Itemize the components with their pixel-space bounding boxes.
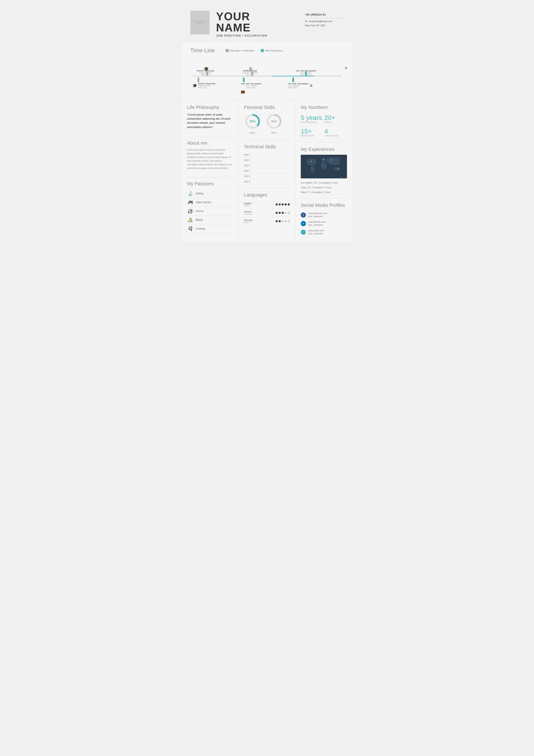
timeline-header: Time-Line Education / Certificates Work … [190,47,344,54]
tl-4-sub1: Subject Studied [198,85,216,87]
dot [288,220,290,222]
dot [282,212,284,214]
timeline-section: Time-Line Education / Certificates Work … [182,42,352,99]
tech-skill-2: Skill 2 [244,157,290,163]
tl-icon-1: 🎓 [204,66,209,71]
personal-skills-section: Personal Skills 50% Skill 1 [244,105,290,141]
tl-entry-5: Your Job / Occupation Your Company 20xx … [241,77,261,94]
milan-dot [323,159,324,160]
email-icon: ✉ [305,20,307,23]
number-years: 5 years Work Experience [301,113,323,125]
passion-videogames-label: Video Games [196,201,211,204]
tech-skill-1: Skill 1 [244,152,290,157]
years-value: 5 years [301,115,323,121]
phone-number: +61 (403)214-31 [305,13,344,18]
header-section: FILL THE SHAPE WITH YOU PICTURE YOUR NAM… [182,4,352,42]
sailing-icon: ⚓ [187,191,193,196]
lang-english-name: English [244,202,252,205]
tl-tick-5 [243,77,245,82]
avatar: FILL THE SHAPE WITH YOU PICTURE [190,11,210,35]
world-map [301,155,347,178]
edu-legend-label: Education / Certificates [230,49,254,52]
experiences-section: My Experiences [301,147,347,198]
tl-entry-4: 🎓 School / University Subject Studied 20… [192,77,216,89]
lang-english: English Native [244,200,290,209]
biking-icon: 🚴 [187,217,193,223]
tl-tick-4 [197,77,199,82]
as-shape [327,157,340,165]
work-legend-label: Work Experience [265,49,283,52]
twitter-url: www.twitter.com/ your_username [308,229,324,235]
middle-column: Personal Skills 50% Skill 1 [239,99,295,242]
tl-icon-far-right: 🖥 [344,66,348,70]
philosophy-quote: "Lorem ipsum dolor sit amet, consectetur… [187,113,233,129]
tl-5-sub1: Your Company [241,85,261,87]
main-content: Life Philosophy "Lorem ipsum dolor sit a… [182,99,352,242]
experiences-title: My Experiences [301,147,347,152]
lang-english-level: Native [244,205,252,207]
edu-legend-box [226,49,229,52]
tl-1-sub2: 20xx / 20xx [197,74,214,76]
languages-title: Languages [244,192,290,198]
numbers-grid: 5 years Work Experience 20+ Projects 15+… [301,113,347,139]
about-me-section: About me Lorem ipsum dolor sit amet, con… [187,140,233,178]
dot [279,212,281,214]
passion-soccer: ⚽ Soccer [187,207,233,216]
projects-value: 20+ [324,115,347,121]
legend-work: Work Experience [261,49,283,52]
dot [285,212,287,214]
lang-french-level: Advanced [244,213,253,215]
tl-1-sub1: Subject Studied [197,72,214,74]
skill1-label: Skill 1 [250,132,255,134]
svg-text:50%: 50% [250,120,256,123]
avatar-label: FILL THE SHAPE WITH YOU PICTURE [192,20,208,25]
number-coffee: 4 Coffee per Day [324,126,347,139]
location-row: New York, NY USA [305,24,325,27]
soccer-icon: ⚽ [187,208,193,214]
clients-value: 15+ [301,128,323,134]
life-philosophy-section: Life Philosophy "Lorem ipsum dolor sit a… [187,105,233,137]
tl-5-sub2: 20xx / 20xx [241,87,261,89]
lang-german-level: Basic [244,222,253,224]
sa-shape [310,166,315,173]
lang-english-dots [276,203,290,205]
timeline-title: Time-Line [190,47,215,54]
job-title: JOB POSITION / OCCUPATION [216,34,305,37]
skill1-chart: 50% [244,113,261,130]
tech-skill-6: Skill 6 [244,179,290,184]
dot [276,212,278,214]
tl-tick-1 [206,71,208,76]
tl-tick-3 [305,71,307,76]
tl-icon-6: 🖥 [309,84,313,88]
dot [285,203,287,205]
tl-tick-6 [292,77,294,82]
dot [282,203,284,205]
tl-5-title: Your Job / Occupation [241,83,261,85]
linkedin-url: www.linkedin.com/ your_username [308,221,326,227]
name-heading: YOUR NAME [216,11,305,33]
passion-sailing: ⚓ Sailing [187,189,233,198]
dot [285,220,287,222]
my-numbers-section: My Numbers 5 years Work Experience 20+ P… [301,105,347,142]
social-twitter: 🐦 www.twitter.com/ your_username [301,228,347,236]
timeline-visual: School / University Subject Studied 20xx… [190,58,344,95]
projects-label: Projects [324,121,347,123]
years-label: Work Experience [301,121,323,123]
coffee-value: 4 [324,128,347,134]
af-shape [321,162,327,170]
map-svg [301,155,347,178]
location-text: New York, NY USA [305,24,325,27]
about-me-text: Lorem ipsum dolor sit amet, consectetur … [187,148,233,170]
passions-section: My Passions ⚓ Sailing 🎮 Video Games ⚽ So… [187,181,233,233]
left-column: Life Philosophy "Lorem ipsum dolor sit a… [182,99,239,242]
cooking-icon: 🍳 [187,226,193,231]
facebook-url: www.facebook.com/ your_username [308,212,327,218]
social-facebook: f www.facebook.com/ your_username [301,211,347,219]
lang-german: German Basic [244,217,290,226]
passions-title: My Passions [187,181,233,187]
technical-skills-title: Technical Skills [244,144,290,149]
tl-tick-2 [251,71,253,76]
tl-6-title: Your Job / Occupation [288,83,309,85]
lang-french-dots [276,212,290,214]
tl-6-sub2: 20xx / 20xx [288,87,309,89]
